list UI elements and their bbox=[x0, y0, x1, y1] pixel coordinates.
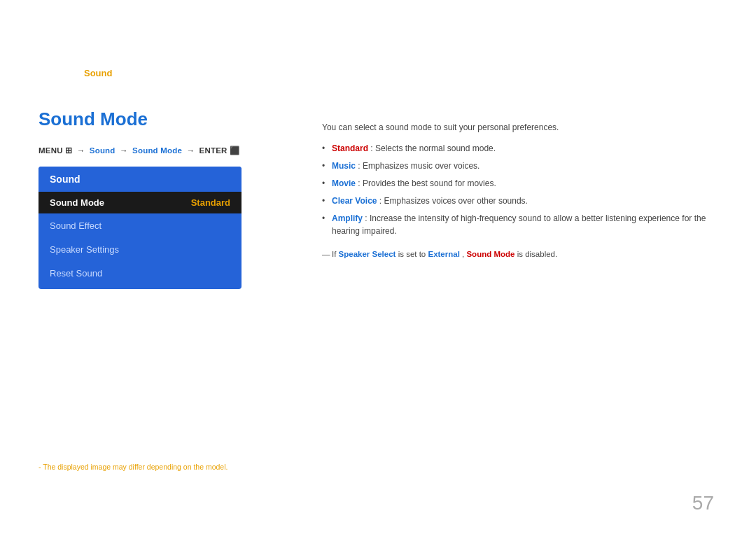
menu-header: Sound bbox=[38, 167, 241, 192]
page-number: 57 bbox=[692, 492, 714, 514]
bullet-amplify: Amplify : Increase the intensity of high… bbox=[322, 212, 735, 237]
breadcrumb-sound: Sound bbox=[84, 68, 112, 78]
nav-arrow-3: → bbox=[186, 146, 195, 155]
note-middle: is set to bbox=[398, 250, 428, 258]
note-line: If Speaker Select is set to External , S… bbox=[322, 248, 735, 260]
bullet-standard: Standard : Selects the normal sound mode… bbox=[322, 142, 735, 155]
note-speaker-select: Speaker Select bbox=[339, 250, 396, 258]
text-standard: : Selects the normal sound mode. bbox=[370, 143, 496, 153]
menu-item-reset-sound[interactable]: Reset Sound bbox=[38, 261, 241, 289]
nav-enter-icon: ⬛ bbox=[230, 146, 239, 155]
nav-enter-label: ENTER bbox=[200, 146, 230, 155]
nav-arrow-2: → bbox=[120, 146, 128, 155]
menu-item-speaker-settings-label: Speaker Settings bbox=[50, 244, 119, 255]
bullet-clear-voice: Clear Voice : Emphasizes voices over oth… bbox=[322, 195, 735, 207]
right-column: You can select a sound mode to suit your… bbox=[322, 122, 735, 260]
nav-arrow-1: → bbox=[77, 146, 85, 155]
term-standard: Standard bbox=[332, 143, 368, 153]
text-clear-voice: : Emphasizes voices over other sounds. bbox=[379, 196, 528, 206]
nav-menu-icon: ⊞ bbox=[65, 146, 75, 155]
text-movie: : Provides the best sound for movies. bbox=[358, 178, 496, 188]
note-suffix: is disabled. bbox=[517, 250, 558, 258]
breadcrumb: Sound bbox=[84, 66, 112, 79]
term-clear-voice: Clear Voice bbox=[332, 196, 377, 206]
nav-sound-link: Sound bbox=[90, 146, 118, 155]
bullet-list: Standard : Selects the normal sound mode… bbox=[322, 142, 735, 237]
note-sound-mode: Sound Mode bbox=[466, 250, 514, 258]
menu-item-sound-mode-label: Sound Mode bbox=[50, 197, 104, 208]
term-amplify: Amplify bbox=[332, 213, 363, 223]
note-prefix: If bbox=[332, 250, 339, 258]
bullet-music: Music : Emphasizes music over voices. bbox=[322, 160, 735, 172]
nav-soundmode-link: Sound Mode bbox=[132, 146, 184, 155]
menu-item-sound-mode[interactable]: Sound Mode Standard bbox=[38, 192, 241, 213]
text-amplify: : Increase the intensity of high-frequen… bbox=[332, 213, 706, 236]
term-music: Music bbox=[332, 161, 356, 171]
nav-menu-label: MENU bbox=[38, 146, 63, 155]
disclaimer: - The displayed image may differ dependi… bbox=[38, 463, 227, 471]
page-title: Sound Mode bbox=[38, 108, 304, 130]
bullet-movie: Movie : Provides the best sound for movi… bbox=[322, 177, 735, 190]
text-music: : Emphasizes music over voices. bbox=[358, 161, 479, 171]
menu-item-sound-effect[interactable]: Sound Effect bbox=[38, 213, 241, 237]
note-external: External bbox=[428, 250, 459, 258]
menu-item-reset-sound-label: Reset Sound bbox=[50, 268, 102, 279]
page-container: Sound Sound Mode MENU ⊞ → Sound → Sound … bbox=[0, 0, 756, 534]
menu-box: Sound Sound Mode Standard Sound Effect S… bbox=[38, 167, 241, 289]
menu-item-sound-mode-value: Standard bbox=[191, 197, 230, 208]
description-intro: You can select a sound mode to suit your… bbox=[322, 122, 735, 132]
menu-item-sound-effect-label: Sound Effect bbox=[50, 220, 102, 231]
term-movie: Movie bbox=[332, 178, 356, 188]
left-column: Sound Mode MENU ⊞ → Sound → Sound Mode →… bbox=[38, 108, 304, 289]
nav-path: MENU ⊞ → Sound → Sound Mode → ENTER ⬛ bbox=[38, 146, 304, 155]
menu-item-speaker-settings[interactable]: Speaker Settings bbox=[38, 237, 241, 261]
